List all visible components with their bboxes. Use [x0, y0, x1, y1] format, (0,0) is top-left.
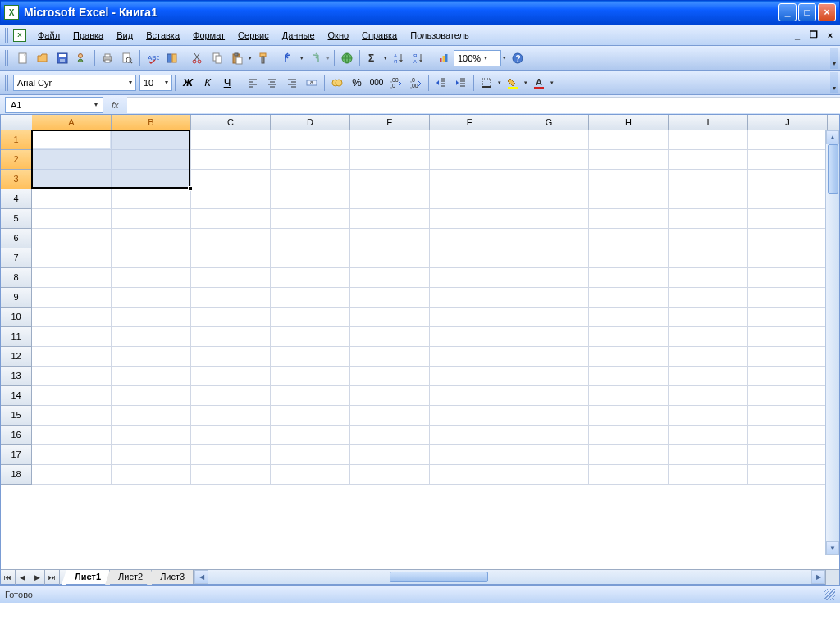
cell-B9[interactable] — [112, 288, 191, 308]
cell-D14[interactable] — [271, 386, 350, 406]
tab-last-button[interactable]: ⏭ — [45, 570, 60, 585]
row-header-4[interactable]: 4 — [1, 189, 32, 209]
maximize-button[interactable]: □ — [798, 3, 816, 21]
cell-A16[interactable] — [32, 426, 112, 445]
cell-H4[interactable] — [589, 189, 669, 209]
cell-D1[interactable] — [271, 130, 350, 150]
cell-I16[interactable] — [669, 426, 748, 445]
cell-G6[interactable] — [509, 229, 589, 248]
open-button[interactable] — [34, 49, 52, 67]
cell-G12[interactable] — [509, 347, 589, 367]
menu-insert[interactable]: Вставка — [139, 28, 186, 43]
cell-J18[interactable] — [748, 465, 828, 485]
cell-D6[interactable] — [271, 229, 350, 248]
grid-body[interactable]: 123456789101112131415161718 — [1, 130, 839, 570]
print-preview-button[interactable] — [118, 49, 136, 67]
cell-H8[interactable] — [589, 268, 669, 288]
row-header-1[interactable]: 1 — [1, 130, 32, 150]
cell-E15[interactable] — [350, 406, 430, 426]
cell-A18[interactable] — [32, 465, 112, 485]
cell-D10[interactable] — [271, 308, 350, 327]
align-right-button[interactable] — [283, 74, 301, 92]
borders-dropdown[interactable]: ▾ — [496, 80, 503, 86]
cell-B10[interactable] — [112, 308, 191, 327]
cell-H16[interactable] — [589, 426, 669, 445]
cell-J6[interactable] — [748, 229, 828, 248]
cell-G7[interactable] — [509, 248, 589, 268]
permission-button[interactable] — [73, 49, 91, 67]
resize-grip-icon[interactable] — [824, 589, 835, 600]
cell-I9[interactable] — [669, 288, 748, 308]
scroll-right-button[interactable]: ▶ — [811, 570, 825, 584]
cell-C16[interactable] — [191, 426, 271, 445]
column-header-I[interactable]: I — [669, 115, 748, 130]
cell-F8[interactable] — [430, 268, 509, 288]
fx-icon[interactable]: fx — [112, 100, 119, 110]
cell-F11[interactable] — [430, 327, 509, 347]
formula-input[interactable] — [127, 97, 840, 113]
name-box-dropdown[interactable]: ▾ — [94, 101, 98, 108]
cell-I14[interactable] — [669, 386, 748, 406]
toolbar-grip[interactable] — [5, 28, 10, 43]
cell-I18[interactable] — [669, 465, 748, 485]
cell-F16[interactable] — [430, 426, 509, 445]
column-header-J[interactable]: J — [748, 115, 828, 130]
column-header-E[interactable]: E — [350, 115, 430, 130]
cell-G10[interactable] — [509, 308, 589, 327]
cell-F6[interactable] — [430, 229, 509, 248]
increase-indent-button[interactable] — [452, 74, 470, 92]
increase-decimal-button[interactable]: ,00,0 — [387, 74, 405, 92]
cell-A17[interactable] — [32, 445, 112, 465]
redo-button[interactable] — [306, 49, 324, 67]
row-header-7[interactable]: 7 — [1, 248, 32, 268]
cell-G9[interactable] — [509, 288, 589, 308]
cell-E4[interactable] — [350, 189, 430, 209]
cell-E1[interactable] — [350, 130, 430, 150]
cell-A12[interactable] — [32, 347, 112, 367]
cell-I4[interactable] — [669, 189, 748, 209]
cell-H5[interactable] — [589, 209, 669, 229]
cell-D7[interactable] — [271, 248, 350, 268]
cell-E5[interactable] — [350, 209, 430, 229]
cell-B15[interactable] — [112, 406, 191, 426]
toolbar-grip[interactable] — [5, 50, 10, 66]
cell-G14[interactable] — [509, 386, 589, 406]
minimize-button[interactable]: _ — [778, 3, 797, 21]
cell-I6[interactable] — [669, 229, 748, 248]
cell-E9[interactable] — [350, 288, 430, 308]
font-color-button[interactable]: A — [530, 74, 548, 92]
cell-I7[interactable] — [669, 248, 748, 268]
cell-A3[interactable] — [32, 170, 112, 189]
cell-E18[interactable] — [350, 465, 430, 485]
row-header-8[interactable]: 8 — [1, 268, 32, 288]
name-box[interactable]: A1 ▾ — [5, 97, 103, 113]
cell-D18[interactable] — [271, 465, 350, 485]
cell-F7[interactable] — [430, 248, 509, 268]
cell-C2[interactable] — [191, 150, 271, 170]
cell-A11[interactable] — [32, 327, 112, 347]
cell-E6[interactable] — [350, 229, 430, 248]
row-header-5[interactable]: 5 — [1, 209, 32, 229]
paste-button[interactable] — [228, 49, 246, 67]
cell-C6[interactable] — [191, 229, 271, 248]
cell-A1[interactable] — [32, 130, 112, 150]
cell-G18[interactable] — [509, 465, 589, 485]
menu-data[interactable]: Данные — [276, 28, 322, 43]
cell-E13[interactable] — [350, 367, 430, 386]
cell-C5[interactable] — [191, 209, 271, 229]
font-name-combo[interactable]: Arial Cyr▾ — [13, 75, 136, 91]
tab-next-button[interactable]: ▶ — [30, 570, 45, 585]
cell-J12[interactable] — [748, 347, 828, 367]
menu-edit[interactable]: Правка — [66, 28, 110, 43]
cell-G4[interactable] — [509, 189, 589, 209]
cell-F17[interactable] — [430, 445, 509, 465]
font-name-dropdown[interactable]: ▾ — [129, 79, 132, 86]
cell-B17[interactable] — [112, 445, 191, 465]
mdi-minimize-button[interactable]: _ — [791, 30, 804, 41]
menu-user[interactable]: Пользователь — [404, 28, 475, 43]
cell-H13[interactable] — [589, 367, 669, 386]
cell-F1[interactable] — [430, 130, 509, 150]
copy-button[interactable] — [208, 49, 226, 67]
horizontal-scrollbar[interactable]: ◀ ▶ — [194, 570, 825, 584]
cell-B1[interactable] — [112, 130, 191, 150]
